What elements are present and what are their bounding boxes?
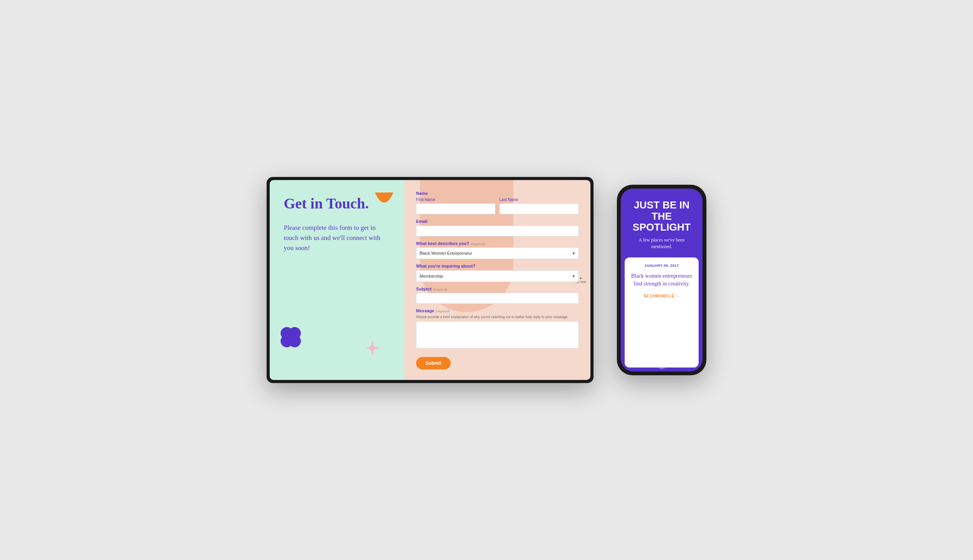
last-name-input[interactable] [499,203,579,214]
flower-icon [279,326,302,349]
mobile-header: JUST BE IN THE SPOTLIGHT A few places we… [621,189,703,257]
right-panel: Name First Name Last Name Emai [404,180,590,380]
describes-label-row: What best describes you? (required) [416,241,579,246]
submit-button[interactable]: Submit [416,357,451,369]
to-top-arrow-icon: ▲ [579,276,582,280]
subject-input[interactable] [416,293,579,304]
message-label: Message [416,308,434,313]
message-textarea[interactable] [416,321,579,348]
mobile-card-text: Black women entrepreneurs find strength … [631,272,692,287]
mobile-card-date: JANUARY 09, 2017 [631,264,692,268]
inquiring-label: What you're inquiring about? [416,264,579,268]
describes-select-wrapper: Black Women Entrepreneur ▼ [416,247,579,259]
mobile-title: JUST BE IN THE SPOTLIGHT [629,200,695,233]
message-label-row: Message (required) [416,308,579,313]
describes-required: (required) [471,242,485,246]
message-field-group: Message (required) Please provide a brie… [416,308,579,350]
star-icon [364,340,381,357]
first-name-label: First Name [416,198,495,202]
subject-field-group: Subject (required) [416,287,579,304]
first-name-input[interactable] [416,203,495,214]
name-row: First Name Last Name [416,198,579,214]
describes-select[interactable]: Black Women Entrepreneur [416,247,579,259]
subject-label: Subject [416,287,432,291]
inquiring-select[interactable]: Membership [416,270,579,282]
scroll-up-icon: ▲ [659,361,664,367]
subject-label-row: Subject (required) [416,287,579,291]
email-label: Email [416,219,579,224]
message-hint: Please provide a brief explanation of wh… [416,315,579,320]
svg-marker-4 [365,340,380,356]
last-name-label: Last Name [499,198,579,202]
describes-field-group: What best describes you? (required) Blac… [416,241,579,259]
name-field-group: Name First Name Last Name [416,191,579,214]
mobile-scroll-top-button[interactable]: ▲ [656,358,667,369]
describes-label: What best describes you? [416,241,469,246]
mobile-screen: JUST BE IN THE SPOTLIGHT A few places we… [621,189,703,371]
mobile-card-link[interactable]: SF CHRONICLE → [631,294,692,298]
mobile-card: JANUARY 09, 2017 Black women entrepreneu… [625,257,699,368]
desktop-mockup: Get in Touch. Please complete this form … [267,177,594,383]
mobile-mockup: JUST BE IN THE SPOTLIGHT A few places we… [617,185,706,375]
contact-form: Name First Name Last Name Emai [416,191,579,369]
email-input[interactable] [416,226,579,236]
desktop-screen: Get in Touch. Please complete this form … [270,180,590,380]
page-description: Please complete this form to get in touc… [284,223,390,254]
mobile-title-bold: JUST BE [634,199,676,211]
inquiring-select-wrapper: Membership ▼ [416,270,579,282]
email-field-group: Email [416,219,579,236]
mobile-subtitle: A few places we've been mentioned. [629,237,695,250]
message-required: (required) [436,309,450,313]
first-name-col: First Name [416,198,495,214]
orange-smile-icon [372,189,397,214]
inquiring-field-group: What you're inquiring about? Membership … [416,264,579,282]
left-panel: Get in Touch. Please complete this form … [270,180,404,380]
last-name-col: Last Name [499,198,579,214]
svg-point-3 [288,335,301,347]
name-label: Name [416,191,579,196]
subject-required: (required) [433,287,447,291]
